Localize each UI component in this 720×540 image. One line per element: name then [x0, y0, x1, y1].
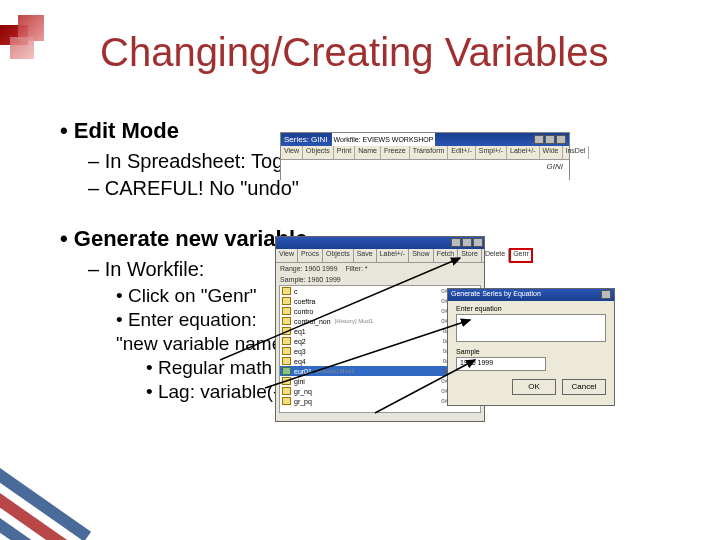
wf-objects[interactable]: Objects — [323, 249, 354, 262]
toolbar-objects[interactable]: Objects — [303, 146, 334, 159]
toolbar-label[interactable]: Label+/- — [507, 146, 540, 159]
minimize-icon[interactable] — [534, 135, 544, 144]
series-window-screenshot: Series: GINI Workfile: EVIEWS WORKSHOP V… — [280, 132, 570, 180]
dialog-eq-input[interactable] — [456, 314, 606, 342]
bullet-no-undo: CAREFUL! No "undo" — [88, 177, 700, 200]
toolbar-name[interactable]: Name — [355, 146, 381, 159]
toolbar-freeze[interactable]: Freeze — [381, 146, 410, 159]
wf-sample: Sample: 1960 1999 — [276, 274, 484, 285]
toolbar-view[interactable]: View — [281, 146, 303, 159]
slide-decoration-stripes — [0, 420, 100, 540]
close-icon[interactable] — [473, 238, 483, 247]
dialog-sample-input[interactable]: 1960 1999 — [456, 357, 546, 371]
series-icon — [282, 387, 291, 395]
toolbar-edit-toggle[interactable]: Edit+/- — [448, 146, 475, 159]
wf-fetch[interactable]: Fetch — [434, 249, 459, 262]
series-icon — [282, 357, 291, 365]
workfile-screenshot: View Procs Objects Save Label+/- Show Fe… — [275, 236, 615, 426]
series-icon — [282, 287, 291, 295]
wf-delete[interactable]: Delete — [482, 249, 509, 262]
close-icon[interactable] — [601, 290, 611, 299]
series-icon — [282, 397, 291, 405]
dialog-eq-label: Enter equation — [448, 301, 614, 314]
series-titlebar: Series: GINI Workfile: EVIEWS WORKSHOP — [281, 133, 569, 146]
wf-store[interactable]: Store — [458, 249, 482, 262]
slide-decoration — [0, 15, 60, 75]
series-title: Series: GINI — [284, 133, 328, 146]
wf-label[interactable]: Label+/- — [377, 249, 410, 262]
series-icon — [282, 347, 291, 355]
dialog-cancel-button[interactable]: Cancel — [562, 379, 606, 395]
maximize-icon[interactable] — [545, 135, 555, 144]
series-toolbar: View Objects Print Name Freeze Transform… — [281, 146, 569, 160]
minimize-icon[interactable] — [451, 238, 461, 247]
series-workfile-label: Workfile: EVIEWS WORKSHOP — [332, 133, 436, 146]
series-icon — [282, 317, 291, 325]
toolbar-print[interactable]: Print — [334, 146, 355, 159]
series-icon — [282, 367, 291, 375]
workfile-toolbar: View Procs Objects Save Label+/- Show Fe… — [276, 249, 484, 263]
dialog-sample-label: Sample — [448, 342, 614, 357]
series-icon — [282, 337, 291, 345]
series-icon — [282, 327, 291, 335]
toolbar-wide[interactable]: Wide — [540, 146, 563, 159]
close-icon[interactable] — [556, 135, 566, 144]
toolbar-insdel[interactable]: InsDel — [563, 146, 590, 159]
dialog-title: Generate Series by Equation — [451, 290, 541, 300]
series-icon — [282, 377, 291, 385]
series-icon — [282, 307, 291, 315]
wf-range: Range: 1960 1999 Filter: * — [276, 263, 484, 274]
generate-series-dialog: Generate Series by Equation Enter equati… — [447, 288, 615, 406]
wf-procs[interactable]: Procs — [298, 249, 323, 262]
series-data-header: GINI — [281, 160, 569, 180]
wf-genr-button[interactable]: Genr — [509, 248, 533, 263]
slide-title: Changing/Creating Variables — [100, 30, 608, 75]
toolbar-transform[interactable]: Transform — [410, 146, 449, 159]
dialog-ok-button[interactable]: OK — [512, 379, 556, 395]
wf-view[interactable]: View — [276, 249, 298, 262]
wf-save[interactable]: Save — [354, 249, 377, 262]
toolbar-smpl[interactable]: Smpl+/- — [476, 146, 507, 159]
maximize-icon[interactable] — [462, 238, 472, 247]
wf-show[interactable]: Show — [409, 249, 434, 262]
series-icon — [282, 297, 291, 305]
